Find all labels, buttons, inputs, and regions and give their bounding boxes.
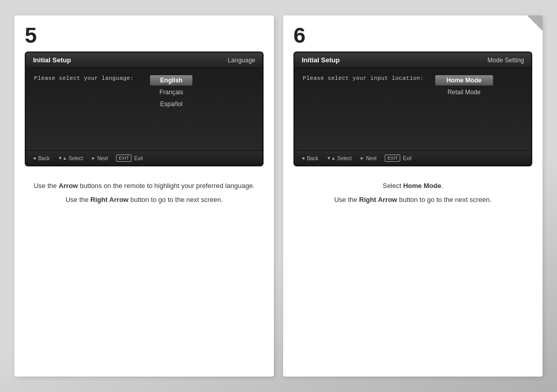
tv-header-6: Initial Setup Mode Setting [294,53,531,68]
tv-body-5: Please select your language: English Fra… [26,68,263,150]
page-wrapper: 5 Initial Setup Language Please select y… [0,0,557,392]
next-arrow-icon-5: ► [91,156,96,161]
exit-box-5: EXIT [116,155,132,162]
card-number-5: 5 [25,25,264,46]
card-6: 6 Initial Setup Mode Setting Please sele… [283,15,543,377]
tv-screen-6: Initial Setup Mode Setting Please select… [293,52,532,166]
back-btn-5[interactable]: ◄ Back [32,156,50,161]
language-list: English Français Español [150,75,192,109]
card-number-6: 6 [293,25,532,46]
next-label-6: Next [366,156,377,161]
tv-sub-6: Mode Setting [487,57,524,64]
exit-label-6: Exit [403,156,412,161]
tv-screen-5: Initial Setup Language Please select you… [25,52,264,166]
select-arrows-icon-6: ▼▲ [326,156,336,161]
desc-line1-6: Select Home Mode. [293,181,532,192]
tv-prompt-5: Please select your language: [34,75,134,81]
tv-header-5: Initial Setup Language [26,53,263,68]
next-btn-6[interactable]: ► Next [360,156,376,161]
back-btn-6[interactable]: ◄ Back [301,156,318,161]
next-arrow-icon-6: ► [360,156,365,161]
select-label-5: Select [69,156,83,161]
exit-btn-6[interactable]: EXIT Exit [385,155,412,162]
tv-body-6: Please select your input location: Home … [294,68,531,150]
tv-content-row-5: Please select your language: English Fra… [34,75,254,109]
select-btn-6[interactable]: ▼▲ Select [326,156,352,161]
select-btn-5[interactable]: ▼▲ Select [58,156,83,161]
exit-label-5: Exit [134,156,143,161]
back-label-5: Back [38,156,50,161]
back-arrow-icon-5: ◄ [32,156,37,161]
description-6: Select Home Mode. Use the Right Arrow bu… [293,176,532,365]
desc-line2-6: Use the Right Arrow button to go to the … [293,195,532,206]
lang-francais[interactable]: Français [150,87,192,97]
tv-title-6: Initial Setup [302,56,340,64]
tv-footer-5: ◄ Back ▼▲ Select ► Next EXIT Exit [26,150,263,165]
lang-espanol[interactable]: Español [150,99,192,109]
tv-footer-6: ◄ Back ▼▲ Select ► Next EXIT Exit [294,150,531,165]
tv-content-row-6: Please select your input location: Home … [303,75,523,97]
mode-list: Home Mode Retail Mode [435,75,493,97]
desc-line1-5: Use the Arrow buttons on the remote to h… [25,181,264,192]
tv-title-5: Initial Setup [33,56,71,64]
select-arrows-icon-5: ▼▲ [58,156,67,161]
select-label-6: Select [337,156,352,161]
card-corner-decoration [527,15,543,31]
lang-english[interactable]: English [150,75,192,86]
next-btn-5[interactable]: ► Next [91,156,108,161]
exit-box-6: EXIT [385,155,400,162]
mode-home[interactable]: Home Mode [435,75,493,86]
tv-sub-5: Language [228,57,255,64]
exit-btn-5[interactable]: EXIT Exit [116,155,143,162]
back-label-6: Back [307,156,318,161]
tv-prompt-6: Please select your input location: [303,75,424,81]
description-5: Use the Arrow buttons on the remote to h… [25,176,264,365]
desc-line2-5: Use the Right Arrow button to go to the … [25,195,264,206]
back-arrow-icon-6: ◄ [301,156,305,161]
next-label-5: Next [97,156,108,161]
card-5: 5 Initial Setup Language Please select y… [14,15,274,377]
mode-retail[interactable]: Retail Mode [435,87,493,97]
